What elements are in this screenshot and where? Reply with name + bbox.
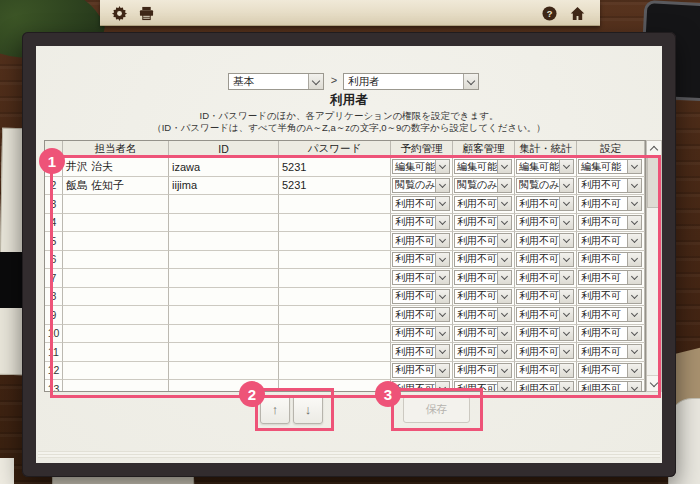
settings-permission-select[interactable]: 利用不可 [578,307,642,322]
settings-permission-select[interactable]: 利用不可 [578,196,642,211]
password-cell[interactable] [279,269,391,288]
settings-permission-select[interactable]: 利用不可 [578,344,642,359]
reservation-permission-select[interactable]: 閲覧のみ [392,178,450,193]
customer-permission-select[interactable]: 利用不可 [454,344,512,359]
settings-permission-select[interactable]: 利用不可 [578,381,642,392]
settings-permission-select[interactable]: 利用不可 [578,363,642,378]
id-cell[interactable] [169,306,279,325]
save-button[interactable]: 保存 [403,396,470,423]
password-cell[interactable] [279,251,391,270]
statistics-permission-select[interactable]: 利用不可 [516,344,574,359]
reservation-permission-select[interactable]: 利用不可 [392,289,450,304]
statistics-permission-select[interactable]: 利用不可 [516,307,574,322]
name-cell[interactable] [63,288,169,307]
page-select[interactable]: 利用者 [343,73,479,90]
settings-permission-select[interactable]: 利用不可 [578,215,642,230]
reservation-permission-select[interactable]: 編集可能 [392,159,450,174]
customer-permission-select[interactable]: 利用不可 [454,196,512,211]
statistics-permission-select[interactable]: 利用不可 [516,381,574,392]
customer-permission-select[interactable]: 利用不可 [454,381,512,392]
settings-permission-select[interactable]: 利用不可 [578,233,642,248]
statistics-permission-select[interactable]: 利用不可 [516,270,574,285]
password-cell[interactable] [279,288,391,307]
settings-permission-select[interactable]: 利用不可 [578,326,642,341]
settings-permission-select[interactable]: 編集可能 [578,159,642,174]
name-cell[interactable] [63,380,169,392]
statistics-permission-select[interactable]: 閲覧のみ [516,178,574,193]
name-cell[interactable] [63,214,169,233]
statistics-permission-select[interactable]: 利用不可 [516,289,574,304]
name-cell[interactable] [63,343,169,362]
customer-permission-select[interactable]: 編集可能 [454,159,512,174]
password-cell[interactable] [279,306,391,325]
home-icon[interactable] [569,5,585,21]
password-cell[interactable]: 5231 [279,177,391,196]
settings-permission-select[interactable]: 利用不可 [578,289,642,304]
statistics-permission-select[interactable]: 利用不可 [516,363,574,378]
customer-permission-select[interactable]: 利用不可 [454,252,512,267]
password-cell[interactable] [279,232,391,251]
reservation-permission-select[interactable]: 利用不可 [392,196,450,211]
statistics-permission-select[interactable]: 利用不可 [516,196,574,211]
name-cell[interactable] [63,325,169,344]
customer-permission-select[interactable]: 利用不可 [454,307,512,322]
move-down-button[interactable]: ↓ [293,395,323,424]
password-cell[interactable] [279,195,391,214]
customer-permission-select[interactable]: 閲覧のみ [454,178,512,193]
category-select[interactable]: 基本 [228,73,324,90]
id-cell[interactable] [169,380,279,392]
id-cell[interactable] [169,232,279,251]
id-cell[interactable] [169,269,279,288]
settings-permission-select[interactable]: 利用不可 [578,178,642,193]
table-scrollbar[interactable] [646,140,662,392]
id-cell[interactable]: iijima [169,177,279,196]
customer-permission-select[interactable]: 利用不可 [454,289,512,304]
customer-permission-select[interactable]: 利用不可 [454,326,512,341]
customer-permission-select[interactable]: 利用不可 [454,270,512,285]
name-cell[interactable] [63,362,169,381]
scroll-down-button[interactable] [647,375,661,391]
reservation-permission-select[interactable]: 利用不可 [392,344,450,359]
id-cell[interactable] [169,195,279,214]
statistics-permission-select[interactable]: 利用不可 [516,252,574,267]
name-cell[interactable] [63,269,169,288]
name-cell[interactable] [63,251,169,270]
customer-permission-select[interactable]: 利用不可 [454,233,512,248]
id-cell[interactable]: izawa [169,158,279,177]
statistics-permission-select[interactable]: 利用不可 [516,233,574,248]
statistics-permission-select[interactable]: 編集可能 [516,159,574,174]
statistics-permission-select[interactable]: 利用不可 [516,215,574,230]
reservation-permission-select[interactable]: 利用不可 [392,307,450,322]
reservation-permission-select[interactable]: 利用不可 [392,326,450,341]
reservation-permission-select[interactable]: 利用不可 [392,270,450,285]
statistics-permission-select[interactable]: 利用不可 [516,326,574,341]
scrollbar-thumb[interactable] [647,156,661,208]
id-cell[interactable] [169,251,279,270]
gear-icon[interactable] [111,5,127,21]
scroll-up-button[interactable] [647,141,661,157]
password-cell[interactable] [279,214,391,233]
reservation-permission-select[interactable]: 利用不可 [392,215,450,230]
customer-permission-select[interactable]: 利用不可 [454,363,512,378]
customer-permission-select[interactable]: 利用不可 [454,215,512,230]
password-cell[interactable]: 5231 [279,158,391,177]
password-cell[interactable] [279,362,391,381]
reservation-permission-select[interactable]: 利用不可 [392,252,450,267]
id-cell[interactable] [169,362,279,381]
move-up-button[interactable]: ↑ [260,395,290,424]
name-cell[interactable] [63,232,169,251]
id-cell[interactable] [169,288,279,307]
password-cell[interactable] [279,380,391,392]
id-cell[interactable] [169,325,279,344]
reservation-permission-select[interactable]: 利用不可 [392,233,450,248]
name-cell[interactable]: 井沢 治夫 [63,158,169,177]
printer-icon[interactable] [138,5,154,21]
help-icon[interactable]: ? [541,5,557,21]
settings-permission-select[interactable]: 利用不可 [578,252,642,267]
settings-permission-select[interactable]: 利用不可 [578,270,642,285]
reservation-permission-select[interactable]: 利用不可 [392,381,450,392]
password-cell[interactable] [279,325,391,344]
name-cell[interactable] [63,306,169,325]
name-cell[interactable] [63,195,169,214]
id-cell[interactable] [169,214,279,233]
